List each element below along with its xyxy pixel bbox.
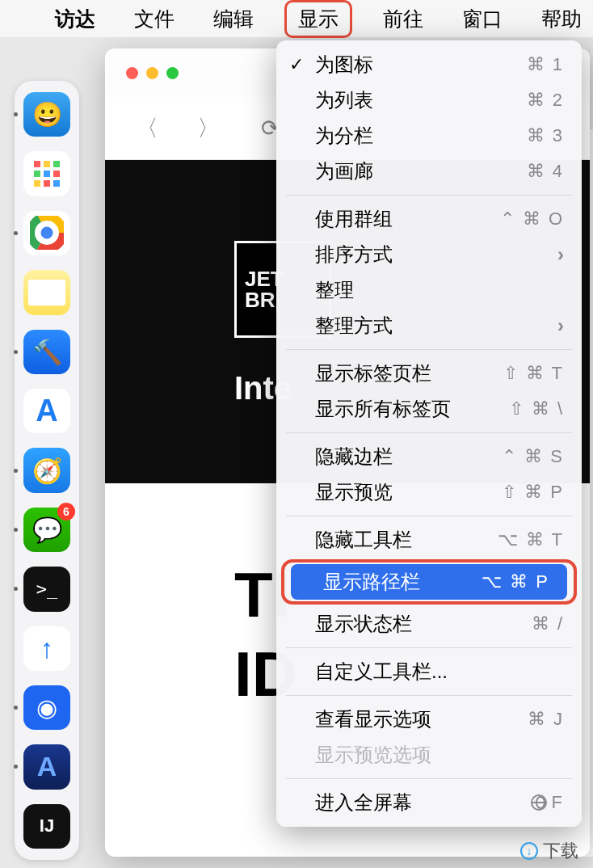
menu-show-path-bar[interactable]: 显示路径栏 ⌥ ⌘ P: [291, 564, 567, 600]
dock-launchpad-icon[interactable]: [23, 151, 70, 196]
chevron-right-icon: ›: [557, 243, 564, 266]
svg-rect-2: [53, 161, 60, 167]
menu-view-options[interactable]: 查看显示选项 ⌘ J: [276, 702, 582, 737]
menubar-app-name[interactable]: 访达: [47, 1, 103, 37]
menu-as-gallery[interactable]: 为画廊 ⌘ 4: [276, 154, 582, 189]
dock-finder-icon[interactable]: 😀: [23, 92, 70, 137]
menu-label: 自定义工具栏...: [315, 659, 448, 685]
menu-shortcut: ⌘ /: [532, 613, 564, 634]
svg-rect-1: [44, 161, 50, 167]
menu-use-groups[interactable]: 使用群组 ⌃ ⌘ O: [276, 201, 582, 237]
chevron-right-icon: ›: [557, 314, 564, 337]
window-minimize-button[interactable]: [146, 67, 158, 79]
menu-separator: [286, 516, 572, 516]
menubar-window[interactable]: 窗口: [454, 1, 511, 37]
menu-shortcut: ⌃ ⌘ O: [500, 209, 564, 230]
menubar-file[interactable]: 文件: [126, 1, 183, 37]
svg-rect-4: [44, 171, 50, 177]
menu-clean-up[interactable]: 整理: [276, 272, 582, 308]
menu-preview-options: 显示预览选项: [276, 737, 582, 773]
dock: 😀 🔨 A 🧭 💬6 >_ ↑ ◉ A IJ: [15, 81, 79, 860]
highlighted-selection-box: 显示路径栏 ⌥ ⌘ P: [281, 559, 577, 605]
menu-shortcut: ⌘ 1: [527, 54, 564, 75]
menu-label: 整理方式: [315, 313, 393, 339]
menu-clean-up-by[interactable]: 整理方式 ›: [276, 308, 582, 343]
dock-terminal-icon[interactable]: >_: [23, 567, 70, 611]
menu-shortcut: ⌘ 4: [527, 161, 564, 182]
menu-separator: [286, 349, 572, 350]
svg-rect-0: [34, 161, 40, 167]
menu-show-all-tabs[interactable]: 显示所有标签页 ⇧ ⌘ \: [276, 391, 582, 427]
download-icon: [520, 842, 538, 860]
menu-shortcut: ⇧ ⌘ P: [502, 482, 564, 503]
wechat-badge: 6: [57, 503, 75, 520]
menu-label: 排序方式: [315, 242, 393, 268]
download-label: 下载: [543, 839, 578, 863]
toolbar-back-button[interactable]: 〈: [132, 114, 162, 143]
menubar-edit[interactable]: 编辑: [205, 1, 262, 37]
menu-show-status-bar[interactable]: 显示状态栏 ⌘ /: [276, 606, 582, 642]
menu-label: 为分栏: [315, 123, 373, 149]
menu-show-preview[interactable]: 显示预览 ⇧ ⌘ P: [276, 474, 582, 510]
menu-shortcut: ⌘ 3: [527, 125, 564, 146]
dock-chrome-icon[interactable]: [23, 211, 70, 255]
menu-as-list[interactable]: 为列表 ⌘ 2: [276, 82, 582, 118]
dock-intellij-icon[interactable]: IJ: [23, 804, 70, 849]
menu-separator: [286, 695, 572, 696]
menu-label: 显示预览: [315, 479, 393, 505]
menu-hide-sidebar[interactable]: 隐藏边栏 ⌃ ⌘ S: [276, 439, 582, 474]
checkmark-icon: ✓: [289, 54, 304, 75]
menubar-help[interactable]: 帮助: [533, 1, 590, 37]
dock-darkappstore-icon[interactable]: A: [23, 744, 70, 789]
menubar-go[interactable]: 前往: [375, 1, 431, 37]
menu-shortcut: ⌘ 2: [527, 90, 564, 111]
menu-shortcut: ⇧ ⌘ T: [503, 363, 564, 384]
menu-customize-toolbar[interactable]: 自定义工具栏...: [276, 654, 582, 689]
menu-label: 使用群组: [315, 206, 393, 232]
dock-appstore-icon[interactable]: A: [23, 389, 70, 433]
dock-notes-icon[interactable]: [23, 270, 70, 314]
menu-label: 隐藏边栏: [315, 444, 393, 470]
menu-separator: [286, 647, 572, 648]
svg-rect-6: [34, 180, 40, 187]
menu-shortcut: ⇧ ⌘ \: [509, 398, 564, 419]
dock-wechat-icon[interactable]: 💬6: [23, 508, 70, 552]
menu-shortcut: ⌃ ⌘ S: [502, 446, 564, 467]
menubar-view[interactable]: 显示: [284, 0, 352, 38]
dock-safari-icon[interactable]: 🧭: [23, 448, 70, 492]
view-menu-dropdown: ✓ 为图标 ⌘ 1 为列表 ⌘ 2 为分栏 ⌘ 3 为画廊 ⌘ 4 使用群组 ⌃…: [276, 40, 582, 827]
menu-shortcut: ⌥ ⌘ P: [482, 571, 549, 592]
menu-label: 显示预览选项: [315, 742, 431, 768]
menu-label: 为图标: [315, 52, 373, 78]
bottom-download-indicator[interactable]: 下载: [520, 839, 578, 863]
dock-sourcetree-icon[interactable]: ◉: [23, 685, 70, 730]
menu-sort-by[interactable]: 排序方式 ›: [276, 237, 582, 272]
toolbar-forward-button[interactable]: 〉: [194, 114, 223, 143]
window-close-button[interactable]: [126, 67, 138, 79]
menu-label: 显示所有标签页: [315, 396, 451, 422]
menu-label: 显示路径栏: [323, 569, 420, 595]
dock-xcode-icon[interactable]: 🔨: [23, 330, 70, 374]
menu-shortcut: F: [531, 792, 564, 813]
svg-rect-7: [44, 180, 50, 187]
menu-label: 显示状态栏: [315, 611, 412, 637]
menu-shortcut: ⌥ ⌘ T: [498, 529, 564, 550]
svg-rect-5: [53, 171, 60, 177]
menu-hide-toolbar[interactable]: 隐藏工具栏 ⌥ ⌘ T: [276, 522, 582, 558]
menu-as-icons[interactable]: ✓ 为图标 ⌘ 1: [276, 47, 582, 82]
menu-label: 隐藏工具栏: [315, 527, 412, 553]
menu-label: 查看显示选项: [315, 706, 431, 732]
dock-upload-icon[interactable]: ↑: [23, 626, 70, 671]
menu-label: 进入全屏幕: [315, 790, 412, 815]
svg-rect-8: [53, 180, 60, 187]
menu-separator: [286, 432, 572, 433]
menu-separator: [286, 778, 572, 779]
menu-enter-fullscreen[interactable]: 进入全屏幕 F: [276, 785, 582, 820]
menu-label: 整理: [315, 277, 354, 303]
menu-shortcut: ⌘ J: [528, 709, 564, 730]
window-zoom-button[interactable]: [166, 67, 179, 79]
menu-show-tab-bar[interactable]: 显示标签页栏 ⇧ ⌘ T: [276, 356, 582, 391]
menu-label: 为列表: [315, 87, 373, 113]
menu-as-columns[interactable]: 为分栏 ⌘ 3: [276, 118, 582, 154]
menu-separator: [286, 195, 572, 196]
